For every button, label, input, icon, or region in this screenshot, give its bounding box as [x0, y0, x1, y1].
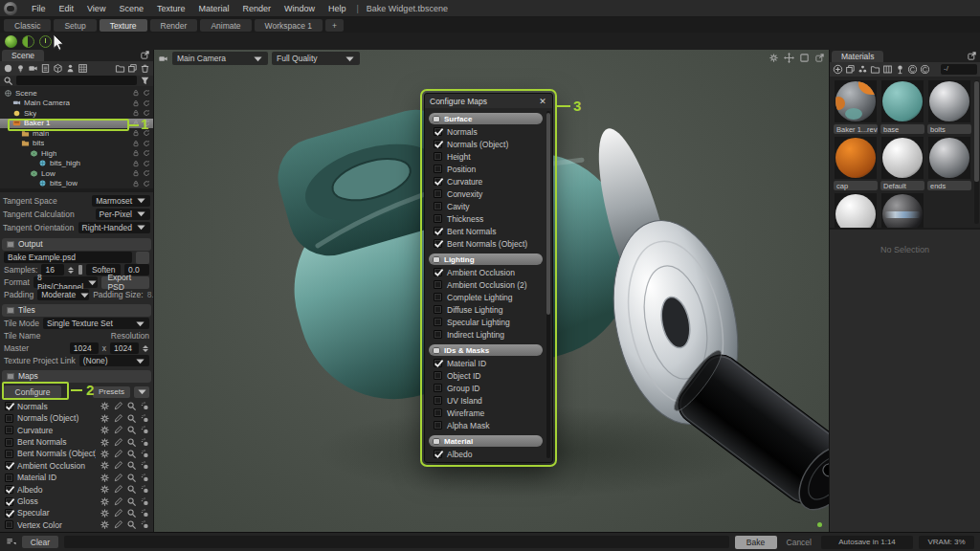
dialog-item-normals[interactable]: Normals — [427, 125, 545, 138]
lock-icon[interactable] — [132, 109, 140, 117]
tree-node-main-camera[interactable]: Main Camera — [0, 99, 153, 109]
materials-scrollbar[interactable] — [974, 80, 979, 224]
dialog-item-alpha-mask[interactable]: Alpha Mask — [427, 419, 545, 431]
materials-copy-icon[interactable] — [845, 64, 856, 75]
checkbox[interactable] — [5, 485, 13, 494]
dialog-item-group-id[interactable]: Group ID — [427, 382, 545, 394]
tangent-calculation-dropdown[interactable]: Per-Pixel — [96, 209, 150, 220]
dialog-scrollbar[interactable] — [546, 111, 550, 458]
materials-library-icon[interactable] — [882, 64, 893, 75]
lock-icon[interactable] — [132, 180, 140, 187]
dialog-item-complete-lighting[interactable]: Complete Lighting — [427, 291, 545, 303]
menu-help[interactable]: Help — [322, 4, 353, 13]
clear-button[interactable]: Clear — [22, 536, 58, 548]
dialog-item-bent-normals[interactable]: Bent Normals — [427, 225, 545, 237]
map-row-bent-normals[interactable]: Bent Normals — [0, 436, 153, 448]
checkbox[interactable] — [434, 268, 442, 276]
checkbox[interactable] — [434, 189, 442, 198]
scene-folder-icon[interactable] — [115, 63, 125, 74]
cancel-button[interactable]: Cancel — [783, 538, 815, 547]
checkbox[interactable] — [5, 414, 13, 423]
lock-icon[interactable] — [132, 89, 140, 97]
tab-workspace-1[interactable]: Workspace 1 — [255, 19, 323, 32]
map-settings-icon[interactable] — [100, 460, 110, 471]
section-checkbox[interactable] — [433, 438, 440, 445]
map-bake-preview-icon[interactable] — [140, 496, 150, 507]
map-row-gloss[interactable]: Gloss — [0, 496, 153, 507]
tree-node-bits-high[interactable]: bits_high — [0, 159, 153, 169]
filter-funnel-icon[interactable] — [140, 76, 150, 86]
map-settings-icon[interactable] — [100, 496, 110, 507]
map-edit-icon[interactable] — [113, 473, 123, 483]
bake-button[interactable]: Bake — [735, 536, 777, 549]
map-bake-preview-icon[interactable] — [140, 460, 150, 471]
lock-icon[interactable] — [132, 149, 140, 157]
dialog-item-specular-lighting[interactable]: Specular Lighting — [427, 316, 545, 328]
checkbox[interactable] — [434, 371, 442, 380]
dialog-section-ids-masks[interactable]: IDs & Masks — [429, 344, 543, 356]
materials-plus-icon[interactable] — [833, 64, 843, 75]
tangent-orientation-dropdown[interactable]: Right-Handed — [78, 222, 150, 233]
map-settings-icon[interactable] — [100, 519, 110, 530]
scene-search-input[interactable] — [16, 76, 137, 85]
dialog-section-material[interactable]: Material — [429, 435, 543, 447]
map-row-ambient-occlusion[interactable]: Ambient Occlusion — [0, 460, 153, 472]
menu-file[interactable]: File — [25, 4, 53, 13]
tab-materials[interactable]: Materials — [832, 51, 883, 62]
tab-render[interactable]: Render — [150, 19, 198, 32]
tab-animate[interactable]: Animate — [200, 19, 251, 32]
map-preview-icon[interactable] — [126, 401, 137, 411]
dialog-item-material-id[interactable]: Material ID — [427, 357, 545, 369]
material-item-baker-1-review[interactable]: Baker 1...review — [834, 80, 878, 134]
map-settings-icon[interactable] — [100, 484, 110, 495]
map-edit-icon[interactable] — [113, 437, 123, 448]
map-bake-preview-icon[interactable] — [140, 508, 150, 518]
materials-circarr-icon[interactable] — [920, 64, 930, 75]
menu-render[interactable]: Render — [235, 4, 278, 13]
material-item-default[interactable]: Default — [880, 137, 924, 190]
checkbox[interactable] — [5, 520, 13, 529]
materials-pin-icon[interactable] — [895, 64, 905, 75]
checkbox[interactable] — [434, 140, 442, 148]
scene-sphere-icon[interactable] — [3, 63, 13, 74]
scene-cube-icon[interactable] — [53, 63, 63, 74]
checkbox[interactable] — [5, 497, 13, 506]
map-preview-icon[interactable] — [126, 449, 137, 459]
refresh-icon[interactable] — [143, 160, 150, 167]
map-bake-preview-icon[interactable] — [140, 484, 150, 495]
configure-button[interactable]: Configure — [4, 386, 61, 398]
map-edit-icon[interactable] — [113, 508, 123, 518]
checkbox[interactable] — [5, 438, 13, 447]
checkbox[interactable] — [434, 408, 442, 417]
checkbox[interactable] — [434, 359, 442, 367]
map-settings-icon[interactable] — [100, 401, 110, 411]
viewport-gear-icon[interactable] — [768, 53, 779, 63]
resolution-width-field[interactable]: 1024 — [70, 342, 99, 354]
map-settings-icon[interactable] — [100, 473, 110, 483]
tab-texture[interactable]: Texture — [100, 19, 147, 32]
scene-person-icon[interactable] — [65, 63, 76, 74]
maps-header[interactable]: Maps — [2, 370, 151, 383]
checkbox[interactable] — [5, 461, 13, 470]
dialog-section-surface[interactable]: Surface — [429, 113, 543, 124]
checkbox[interactable] — [434, 214, 442, 223]
texture-project-link-dropdown[interactable]: (None) — [79, 355, 149, 366]
tangent-space-dropdown[interactable]: Marmoset — [92, 195, 150, 207]
dialog-item-curvature[interactable]: Curvature — [427, 175, 545, 187]
console-icon[interactable] — [6, 537, 16, 547]
render-sphere-icon[interactable] — [5, 35, 17, 48]
map-edit-icon[interactable] — [113, 460, 123, 471]
lock-icon[interactable] — [132, 99, 140, 107]
lock-icon[interactable] — [132, 140, 140, 147]
dialog-item-object-id[interactable]: Object ID — [427, 369, 545, 382]
viewport-move-icon[interactable] — [784, 53, 794, 63]
viewport-external-icon[interactable] — [814, 53, 825, 63]
map-bake-preview-icon[interactable] — [140, 519, 150, 530]
scene-trash-icon[interactable] — [140, 63, 150, 74]
format-dropdown[interactable]: 8 Bits/Channel — [33, 276, 99, 288]
map-row-bent-normals-object[interactable]: Bent Normals (Object) — [0, 448, 153, 459]
tree-node-scene[interactable]: Scene — [0, 88, 153, 99]
section-checkbox[interactable] — [433, 347, 440, 354]
map-preview-icon[interactable] — [126, 496, 137, 507]
checkbox[interactable] — [434, 384, 442, 392]
